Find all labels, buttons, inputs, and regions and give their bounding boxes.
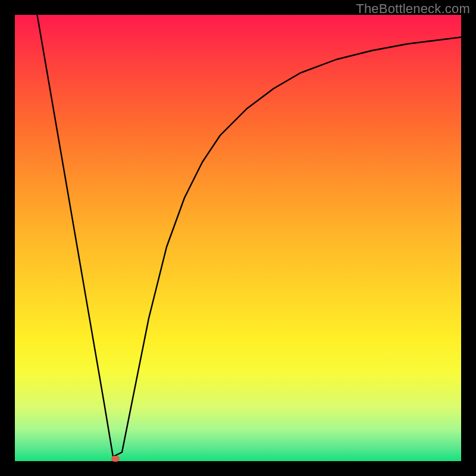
chart-frame: TheBottleneck.com xyxy=(0,0,476,476)
curve-path xyxy=(37,15,462,457)
curve-minimum-marker xyxy=(111,456,120,462)
curve-svg xyxy=(15,15,461,461)
watermark-text: TheBottleneck.com xyxy=(356,1,470,17)
chart-plot-area xyxy=(15,15,461,461)
